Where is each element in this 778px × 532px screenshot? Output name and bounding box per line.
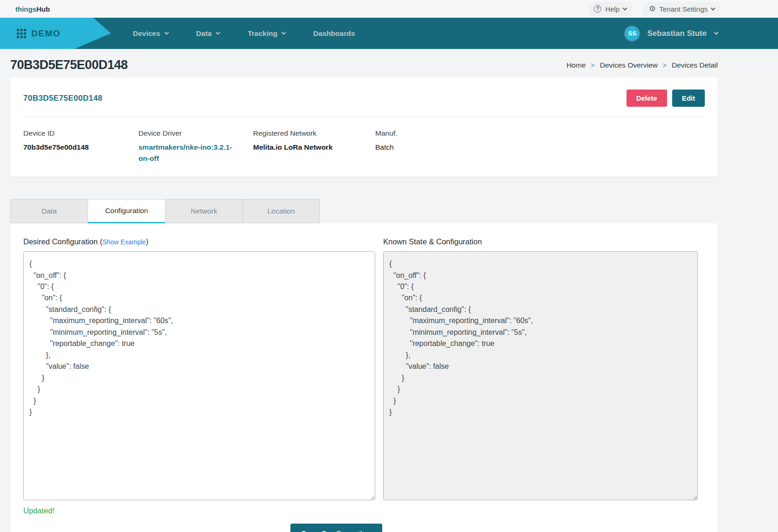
detail-tabs: Data Configuration Network Location xyxy=(10,199,778,223)
device-driver-link[interactable]: smartmakers/nke-ino:3.2.1-on-off xyxy=(138,142,237,164)
page-header: 70B3D5E75E00D148 Home > Devices Overview… xyxy=(0,49,778,77)
show-example-link[interactable]: Show Example xyxy=(103,238,146,246)
chevron-down-icon xyxy=(711,6,716,10)
nav-item-devices[interactable]: Devices xyxy=(133,29,168,38)
chevron-down-icon xyxy=(623,6,627,10)
known-config-label: Known State & Configuration xyxy=(383,237,698,246)
avatar: SS xyxy=(625,27,639,41)
logo-hub: Hub xyxy=(36,5,50,13)
grid-icon xyxy=(17,29,26,38)
field-value: Batch xyxy=(375,142,397,153)
main-navbar: DEMO Devices Data Tracking Dashboards SS… xyxy=(0,18,778,49)
device-fields: Device ID 70b3d5e75e00d148 Device Driver… xyxy=(23,129,705,164)
delete-button[interactable]: Delete xyxy=(627,90,667,107)
chevron-down-icon xyxy=(282,30,286,35)
nav-item-label: Dashboards xyxy=(313,29,355,38)
nav-item-dashboards[interactable]: Dashboards xyxy=(313,29,355,38)
device-card: 70B3D5E75E00D148 Delete Edit Device ID 7… xyxy=(10,77,718,177)
page-title: 70B3D5E75E00D148 xyxy=(10,58,128,72)
field-registered-network: Registered Network Melita.io LoRa Networ… xyxy=(253,129,375,164)
breadcrumb-home[interactable]: Home xyxy=(566,61,585,69)
field-value: 70b3d5e75e00d148 xyxy=(23,142,138,153)
chevron-down-icon xyxy=(164,30,169,35)
breadcrumb-devices-detail: Devices Detail xyxy=(672,61,718,69)
desired-config-textarea[interactable]: { "on_off": { "0": { "on": { "standard_c… xyxy=(23,251,375,500)
tenant-switcher[interactable]: DEMO xyxy=(0,18,111,49)
device-card-title: 70B3D5E75E00D148 xyxy=(23,94,627,103)
breadcrumb: Home > Devices Overview > Devices Detail xyxy=(566,61,718,69)
field-device-driver: Device Driver smartmakers/nke-ino:3.2.1-… xyxy=(138,129,253,164)
field-device-id: Device ID 70b3d5e75e00d148 xyxy=(23,129,138,164)
device-card-header: 70B3D5E75E00D148 Delete Edit xyxy=(23,90,705,107)
help-label: Help xyxy=(605,5,620,13)
logo-things: things xyxy=(15,5,36,13)
field-label: Manuf. xyxy=(375,129,397,138)
desired-config-title: Desired Configuration xyxy=(23,237,98,246)
nav-item-label: Data xyxy=(196,29,212,38)
tab-location[interactable]: Location xyxy=(242,199,320,223)
app-logo[interactable]: thingsHub xyxy=(15,5,50,13)
desired-configuration-column: Desired Configuration (Show Example) { "… xyxy=(23,237,375,515)
desired-config-label: Desired Configuration (Show Example) xyxy=(23,237,375,246)
chevron-down-icon xyxy=(216,30,220,35)
tenant-settings-menu[interactable]: ⚙ Tenant Settings xyxy=(643,2,720,16)
field-value: Melita.io LoRa Network xyxy=(253,142,375,153)
field-label: Device Driver xyxy=(138,129,253,138)
nav-item-data[interactable]: Data xyxy=(196,29,220,38)
known-configuration-column: Known State & Configuration { "on_off": … xyxy=(383,237,698,515)
known-config-textarea[interactable]: { "on_off": { "0": { "on": { "standard_c… xyxy=(383,251,698,500)
tab-data[interactable]: Data xyxy=(10,199,88,223)
field-label: Registered Network xyxy=(253,129,375,138)
user-name: Sebastian Stute xyxy=(647,29,707,38)
tenant-settings-label: Tenant Settings xyxy=(660,5,708,13)
card-divider xyxy=(23,117,705,117)
user-menu[interactable]: SS Sebastian Stute xyxy=(625,27,718,41)
gear-icon: ⚙ xyxy=(649,5,655,13)
breadcrumb-separator: > xyxy=(591,62,595,69)
breadcrumb-separator: > xyxy=(663,62,667,69)
nav-item-tracking[interactable]: Tracking xyxy=(248,29,285,38)
edit-button[interactable]: Edit xyxy=(672,90,705,107)
nav-item-label: Tracking xyxy=(248,29,277,38)
update-status: Updated! xyxy=(23,506,375,515)
tab-configuration[interactable]: Configuration xyxy=(88,199,165,223)
top-bar: thingsHub ? Help ⚙ Tenant Settings xyxy=(0,0,778,18)
save-configuration-button[interactable]: Save Configuration xyxy=(290,524,382,532)
nav-item-label: Devices xyxy=(133,29,160,38)
tenant-label: DEMO xyxy=(31,28,61,39)
chevron-down-icon xyxy=(714,30,719,35)
configuration-panel: Desired Configuration (Show Example) { "… xyxy=(10,223,718,532)
help-icon: ? xyxy=(594,5,601,13)
field-label: Device ID xyxy=(23,129,138,138)
topbar-right: ? Help ⚙ Tenant Settings xyxy=(588,2,720,16)
nav-items: Devices Data Tracking Dashboards xyxy=(133,29,355,38)
help-menu[interactable]: ? Help xyxy=(588,2,632,16)
tab-network[interactable]: Network xyxy=(165,199,242,223)
field-manufacturer: Manuf. Batch xyxy=(375,129,397,164)
breadcrumb-devices-overview[interactable]: Devices Overview xyxy=(600,61,658,69)
paren-close: ) xyxy=(146,237,149,246)
